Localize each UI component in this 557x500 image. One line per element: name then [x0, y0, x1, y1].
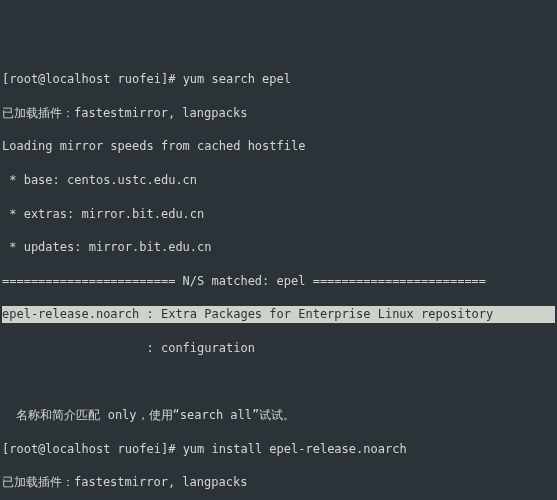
plugins-line: 已加载插件：fastestmirror, langpacks [2, 105, 555, 122]
mirror-extras: * extras: mirror.bit.edu.cn [2, 206, 555, 223]
blank-line [2, 374, 555, 391]
loading-line: Loading mirror speeds from cached hostfi… [2, 138, 555, 155]
prompt-line-2: [root@localhost ruofei]# yum install epe… [2, 441, 555, 458]
matched-separator: ======================== N/S matched: ep… [2, 273, 555, 290]
search-result-continuation: : configuration [2, 340, 555, 357]
prompt-user-host: [root@localhost [2, 442, 110, 456]
prompt-path: ruofei]# [118, 72, 176, 86]
command-text: yum install epel-release.noarch [183, 442, 407, 456]
prompt-line-1: [root@localhost ruofei]# yum search epel [2, 71, 555, 88]
search-hint: 名称和简介匹配 only，使用“search all”试试。 [2, 407, 555, 424]
plugins-line: 已加载插件：fastestmirror, langpacks [2, 474, 555, 491]
mirror-base: * base: centos.ustc.edu.cn [2, 172, 555, 189]
command-text: yum search epel [183, 72, 291, 86]
prompt-user-host: [root@localhost [2, 72, 110, 86]
prompt-path: ruofei]# [118, 442, 176, 456]
mirror-updates: * updates: mirror.bit.edu.cn [2, 239, 555, 256]
search-result-highlighted: epel-release.noarch : Extra Packages for… [2, 306, 555, 323]
